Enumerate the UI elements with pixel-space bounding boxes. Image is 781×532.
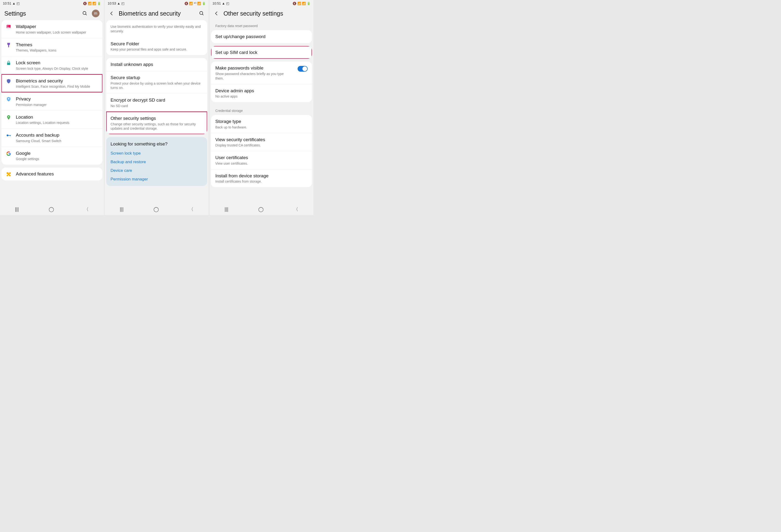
row-sub: Samsung Cloud, Smart Switch [16, 139, 98, 143]
nav-bar: ||| ◯ 〈 [105, 204, 209, 215]
list-item-user-certificates[interactable]: User certificatesView user certificates. [211, 151, 312, 169]
section-header-factory: Factory data reset password [211, 20, 312, 30]
row-sub: Permission manager [16, 102, 98, 107]
row-title: Make passwords visible [215, 65, 291, 71]
list-item-install-unknown-apps[interactable]: Install unknown apps [106, 58, 207, 71]
settings-item-themes[interactable]: ThemesThemes, Wallpapers, Icons [1, 38, 102, 56]
appbar: Biometrics and security [105, 7, 209, 20]
nav-recents[interactable]: ||| [225, 207, 229, 212]
svg-rect-8 [8, 135, 11, 136]
row-title: Other security settings [111, 115, 203, 122]
settings-card: WallpaperHome screen wallpaper, Lock scr… [1, 20, 102, 165]
list-item-secure-folder[interactable]: Secure FolderKeep your personal files an… [106, 37, 207, 55]
svg-point-10 [200, 11, 203, 15]
settings-item-advanced-features[interactable]: Advanced features [1, 168, 102, 180]
status-bar: 10:51 ▲ ◰ 🔇 📶 📶 🔋 [210, 0, 314, 7]
page-title: Other security settings [223, 10, 309, 17]
suggest-link[interactable]: Device care [106, 166, 207, 175]
other-card-4: Storage typeBack up to hardware.View sec… [211, 115, 312, 187]
suggest-link[interactable]: Backup and restore [106, 158, 207, 166]
status-right: 🔇 📶 📶 🔋 [83, 2, 101, 5]
search-icon[interactable] [82, 11, 87, 16]
settings-list: WallpaperHome screen wallpaper, Lock scr… [0, 20, 104, 204]
back-icon[interactable] [214, 11, 219, 16]
nav-back[interactable]: 〈 [293, 206, 298, 213]
settings-item-biometrics-and-security[interactable]: Biometrics and securityIntelligent Scan,… [1, 74, 102, 92]
avatar[interactable]: m [92, 10, 99, 17]
row-title: Lock screen [16, 60, 98, 66]
list-item-encrypt-or-decrypt-sd-card[interactable]: Encrypt or decrypt SD cardNo SD card [106, 93, 207, 112]
row-sub: Screen lock type, Always On Display, Clo… [16, 66, 98, 71]
shield-outline-icon [6, 96, 11, 102]
status-right: 🔇 📶 📶 🔋 [293, 2, 311, 5]
svg-point-0 [83, 11, 86, 15]
pin-icon [6, 115, 11, 120]
status-indicators: ▲ ◰ [117, 1, 124, 5]
row-title: Google [16, 150, 98, 157]
svg-point-3 [7, 26, 8, 27]
settings-item-location[interactable]: LocationLocation settings, Location requ… [1, 110, 102, 129]
settings-item-lock-screen[interactable]: Lock screenScreen lock type, Always On D… [1, 56, 102, 74]
row-title: Device admin apps [215, 88, 307, 94]
screen-biometrics: 10:53 ▲ ◰ 🔇 📶 ⁴ᴳ 📶 🔋 Biometrics and secu… [105, 0, 209, 215]
back-icon[interactable] [109, 11, 114, 16]
nav-recents[interactable]: ||| [120, 207, 124, 212]
appbar: Other security settings [210, 7, 314, 20]
card-intro: Use biometric authentication to verify y… [106, 20, 207, 55]
settings-item-google[interactable]: GoogleGoogle settings [1, 147, 102, 165]
row-title: Install from device storage [215, 173, 307, 179]
lock-icon [6, 60, 11, 66]
list-item-device-admin-apps[interactable]: Device admin appsNo active apps [211, 84, 312, 102]
list-item-storage-type[interactable]: Storage typeBack up to hardware. [211, 115, 312, 133]
status-time: 10:53 [108, 1, 116, 5]
row-sub: Keep your personal files and apps safe a… [111, 47, 203, 52]
key-icon [6, 133, 11, 138]
themes-icon [6, 42, 11, 48]
nav-home[interactable]: ◯ [154, 206, 159, 212]
page-title: Settings [4, 10, 78, 17]
toggle-switch[interactable] [298, 66, 307, 72]
settings-item-wallpaper[interactable]: WallpaperHome screen wallpaper, Lock scr… [1, 20, 102, 38]
svg-line-11 [202, 14, 204, 15]
suggest-link[interactable]: Permission manager [106, 175, 207, 186]
suggest-link[interactable]: Screen lock type [106, 149, 207, 158]
list-item-set-up-change-password[interactable]: Set up/change password [211, 30, 312, 43]
nav-recents[interactable]: ||| [15, 207, 19, 212]
google-icon [6, 151, 11, 157]
row-sub: Install certificates from storage. [215, 179, 307, 184]
row-sub: Back up to hardware. [215, 125, 307, 130]
list-item-make-passwords-visible[interactable]: Make passwords visibleShow password char… [211, 61, 312, 84]
row-title: Advanced features [16, 171, 98, 177]
row-title: Privacy [16, 96, 98, 102]
intro-row: Use biometric authentication to verify y… [106, 20, 207, 37]
intro-sub: Use biometric authentication to verify y… [111, 25, 203, 34]
nav-back[interactable]: 〈 [189, 206, 194, 213]
settings-item-accounts-and-backup[interactable]: Accounts and backupSamsung Cloud, Smart … [1, 128, 102, 147]
other-list: Factory data reset password Set up/chang… [210, 20, 314, 204]
list-item-secure-startup[interactable]: Secure startupProtect your device by usi… [106, 71, 207, 93]
status-bar: 10:51 ▲ ◰ 🔇 📶 📶 🔋 [0, 0, 104, 7]
nav-home[interactable]: ◯ [49, 206, 54, 212]
row-title: Set up/change password [215, 34, 307, 40]
row-title: Secure startup [111, 75, 203, 81]
row-title: Biometrics and security [16, 78, 98, 84]
row-sub: No active apps [215, 94, 307, 99]
nav-back[interactable]: 〈 [84, 206, 89, 213]
screen-other-security: 10:51 ▲ ◰ 🔇 📶 📶 🔋 Other security setting… [210, 0, 314, 215]
other-card-1: Set up/change password [211, 30, 312, 43]
settings-item-privacy[interactable]: PrivacyPermission manager [1, 92, 102, 110]
list-item-install-from-device-storage[interactable]: Install from device storageInstall certi… [211, 169, 312, 187]
suggest-card: Looking for something else? Screen lock … [106, 137, 207, 186]
suggest-links: Screen lock typeBackup and restoreDevice… [106, 149, 207, 186]
list-item-set-up-sim-card-lock[interactable]: Set up SIM card lock [211, 46, 312, 59]
search-icon[interactable] [199, 11, 204, 16]
row-title: Wallpaper [16, 24, 98, 30]
list-item-other-security-settings[interactable]: Other security settingsChange other secu… [106, 112, 207, 134]
row-title: Themes [16, 42, 98, 48]
section-header-credential: Credential storage [211, 105, 312, 115]
suggest-title: Looking for something else? [106, 137, 207, 149]
svg-point-5 [8, 98, 9, 100]
list-item-view-security-certificates[interactable]: View security certificatesDisplay truste… [211, 133, 312, 151]
row-title: Storage type [215, 118, 307, 125]
nav-home[interactable]: ◯ [258, 206, 263, 212]
